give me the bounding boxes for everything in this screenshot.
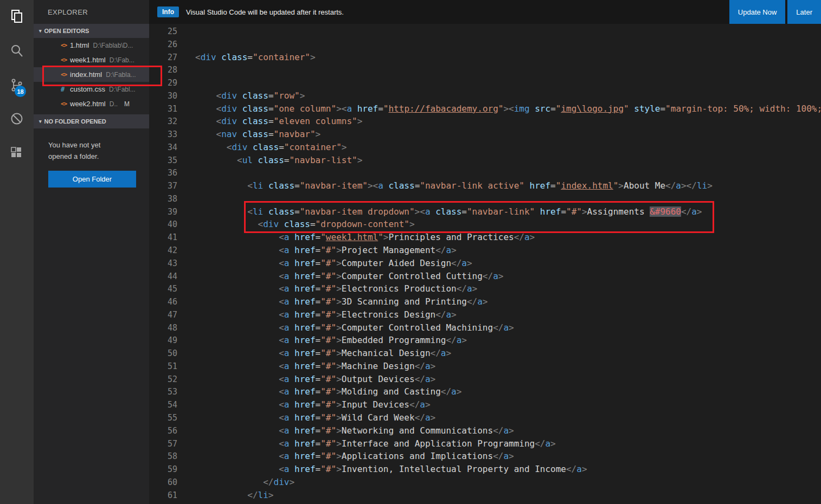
- line-number: 53: [149, 386, 177, 399]
- code-line[interactable]: 42 <a href="#">Project Management</a>: [149, 244, 821, 257]
- open-editor-item-1html[interactable]: <> 1.html D:\Fablab\D...: [34, 38, 149, 53]
- line-number: 33: [149, 128, 177, 141]
- line-number: 36: [149, 167, 177, 180]
- code-line[interactable]: 34 <div class="container">: [149, 141, 821, 154]
- open-editor-item-index[interactable]: <> index.html D:\Fabla...: [34, 67, 149, 82]
- editor-pane[interactable]: 252627<div class="container">282930 <div…: [149, 0, 821, 504]
- code-line[interactable]: 60 </div>: [149, 476, 821, 489]
- code-line[interactable]: 47 <a href="#">Electronics Design</a>: [149, 308, 821, 321]
- code-line[interactable]: 33 <nav class="navbar">: [149, 128, 821, 141]
- open-editor-item-customcss[interactable]: # custom.css D:\Fabl...: [34, 82, 149, 96]
- code-area[interactable]: 252627<div class="container">282930 <div…: [149, 25, 821, 501]
- code-line[interactable]: 56 <a href="#">Networking and Communicat…: [149, 424, 821, 437]
- chevron-down-icon: ▾: [39, 28, 42, 34]
- line-number: 45: [149, 283, 177, 296]
- line-number: 30: [149, 90, 177, 103]
- line-number: 50: [149, 347, 177, 360]
- line-number: 46: [149, 296, 177, 309]
- code-line[interactable]: 35 <ul class="navbar-list">: [149, 154, 821, 167]
- line-number: 58: [149, 450, 177, 463]
- code-line[interactable]: 38: [149, 192, 821, 205]
- line-number: 39: [149, 206, 177, 219]
- info-badge: Info: [157, 7, 179, 17]
- code-line[interactable]: 29: [149, 76, 821, 89]
- line-number: 57: [149, 438, 177, 451]
- chevron-down-icon: ▾: [39, 119, 42, 124]
- line-number: 44: [149, 270, 177, 283]
- no-folder-label: NO FOLDER OPENED: [44, 118, 106, 125]
- code-line[interactable]: 45 <a href="#">Electronics Production</a…: [149, 282, 821, 295]
- line-number: 61: [149, 489, 177, 502]
- code-line[interactable]: 25: [149, 25, 821, 38]
- code-line[interactable]: 48 <a href="#">Computer Controlled Machi…: [149, 321, 821, 334]
- line-number: 34: [149, 141, 177, 154]
- code-line[interactable]: 54 <a href="#">Input Devices</a>: [149, 398, 821, 411]
- no-folder-header[interactable]: ▾ NO FOLDER OPENED: [34, 114, 149, 128]
- code-line[interactable]: 50 <a href="#">Mechanical Design</a>: [149, 347, 821, 360]
- line-number: 41: [149, 231, 177, 244]
- activity-bar: 18: [0, 0, 34, 504]
- debug-icon[interactable]: [9, 111, 24, 126]
- code-line[interactable]: 59 <a href="#">Invention, Intellectual P…: [149, 463, 821, 476]
- open-editor-item-week1[interactable]: <> week1.html D:\Fab...: [34, 53, 149, 67]
- line-number: 27: [149, 51, 177, 64]
- line-number: 47: [149, 309, 177, 322]
- code-line[interactable]: 32 <div class="eleven columns">: [149, 115, 821, 128]
- line-number: 54: [149, 399, 177, 412]
- open-editors-label: OPEN EDITORS: [44, 28, 89, 34]
- line-number: 31: [149, 103, 177, 116]
- line-number: 56: [149, 425, 177, 438]
- code-line[interactable]: 37 <li class="navbar-item"><a class="nav…: [149, 179, 821, 192]
- code-line[interactable]: 39 <li class="navbar-item dropdown"><a c…: [149, 205, 821, 218]
- later-button[interactable]: Later: [787, 0, 821, 24]
- sidebar-title: EXPLORER: [34, 0, 149, 24]
- code-line[interactable]: 27<div class="container">: [149, 51, 821, 64]
- html-file-icon: <>: [61, 42, 70, 49]
- code-line[interactable]: 51 <a href="#">Machine Design</a>: [149, 360, 821, 373]
- line-number: 29: [149, 77, 177, 90]
- code-line[interactable]: 40 <div class="dropdown-content">: [149, 218, 821, 231]
- code-line[interactable]: 49 <a href="#">Embedded Programming</a>: [149, 334, 821, 347]
- code-line[interactable]: 52 <a href="#">Output Devices</a>: [149, 373, 821, 386]
- line-number: 48: [149, 322, 177, 335]
- code-line[interactable]: 58 <a href="#">Applications and Implicat…: [149, 450, 821, 463]
- code-line[interactable]: 57 <a href="#">Interface and Application…: [149, 437, 821, 450]
- scm-badge: 18: [15, 86, 26, 97]
- html-file-icon: <>: [61, 56, 70, 63]
- code-line[interactable]: 43 <a href="#">Computer Aided Design</a>: [149, 257, 821, 270]
- line-number: 55: [149, 412, 177, 425]
- code-line[interactable]: 28: [149, 63, 821, 76]
- code-line[interactable]: 46 <a href="#">3D Scanning and Printing<…: [149, 295, 821, 308]
- line-number: 26: [149, 38, 177, 51]
- code-line[interactable]: 61 </li>: [149, 489, 821, 502]
- html-file-icon: <>: [61, 71, 70, 78]
- line-number: 52: [149, 373, 177, 386]
- explorer-icon[interactable]: [9, 9, 24, 24]
- line-number: 28: [149, 64, 177, 77]
- code-line[interactable]: 30 <div class="row">: [149, 89, 821, 102]
- line-number: 40: [149, 218, 177, 231]
- update-now-button[interactable]: Update Now: [729, 0, 786, 24]
- code-line[interactable]: 26: [149, 38, 821, 51]
- code-line[interactable]: 55 <a href="#">Wild Card Week</a>: [149, 411, 821, 424]
- no-folder-message: You have not yet opened a folder.: [34, 128, 120, 162]
- code-line[interactable]: 44 <a href="#">Computer Controlled Cutti…: [149, 270, 821, 283]
- line-number: 51: [149, 360, 177, 373]
- code-line[interactable]: 41 <a href="week1.html">Principles and P…: [149, 231, 821, 244]
- line-number: 38: [149, 193, 177, 206]
- open-editors-header[interactable]: ▾ OPEN EDITORS: [34, 24, 149, 38]
- code-line[interactable]: 53 <a href="#">Molding and Casting</a>: [149, 385, 821, 398]
- line-number: 49: [149, 334, 177, 347]
- code-line[interactable]: 36: [149, 166, 821, 179]
- open-folder-button[interactable]: Open Folder: [48, 171, 136, 188]
- source-control-icon[interactable]: 18: [9, 77, 24, 93]
- update-notification: Info Visual Studio Code will be updated …: [149, 0, 821, 24]
- line-number: 60: [149, 476, 177, 489]
- search-icon[interactable]: [9, 43, 24, 59]
- line-number: 37: [149, 180, 177, 193]
- open-editor-item-week2[interactable]: <> week2.html D.. M: [34, 96, 149, 111]
- line-number: 59: [149, 463, 177, 476]
- line-number: 32: [149, 115, 177, 128]
- code-line[interactable]: 31 <div class="one column"><a href="http…: [149, 102, 821, 115]
- extensions-icon[interactable]: [9, 145, 24, 160]
